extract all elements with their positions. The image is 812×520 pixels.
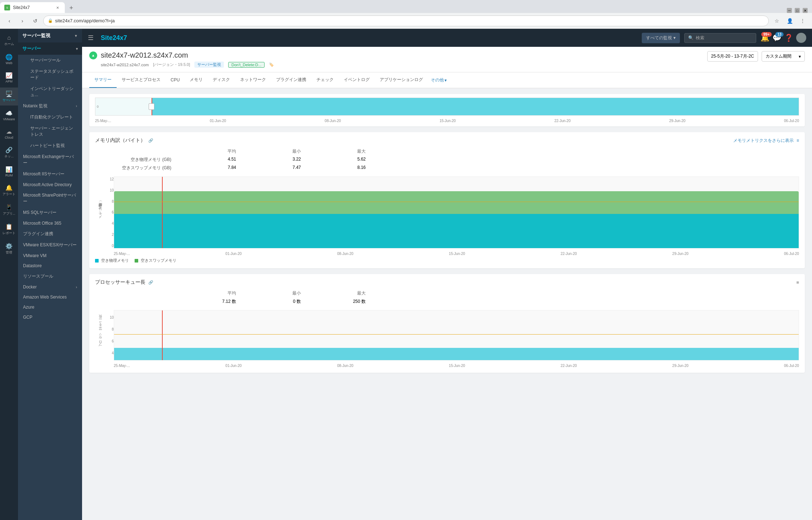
alert-bell-button[interactable]: 🔔 99+ [761, 33, 770, 42]
proc-baseline-fill [114, 348, 799, 360]
memory-more-link[interactable]: メモリメトリクスをさらに表示 ≡ [733, 138, 799, 144]
sidebar-item-vmware-esx[interactable]: VMware ESX/ESXiサーバー [18, 239, 82, 251]
sidebar-item-plugin[interactable]: プラグイン連携 [18, 228, 82, 239]
timeline-chart-area: 0 [95, 98, 799, 116]
sidebar-nav-alert[interactable]: 🔔 アラート [3, 181, 15, 200]
sidebar-item-it-automation[interactable]: IT自動化テンプレート [18, 112, 82, 123]
memory-x-axis: 25-May-... 01-Jun-20 08-Jun-20 15-Jun-20… [114, 252, 799, 256]
sidebar-nav-rum[interactable]: 📊 RUM [5, 163, 13, 180]
forward-button[interactable]: › [17, 16, 27, 26]
memory-external-link-icon[interactable]: 🔗 [148, 138, 153, 143]
notification-button[interactable]: 💬 13 [772, 33, 781, 42]
tab-services-processes[interactable]: サービスとプロセス [117, 72, 166, 88]
sidebar-item-office365[interactable]: Microsoft Office 365 [18, 218, 82, 228]
sidebar-item-sharepoint[interactable]: Microsoft SharePointサーバー [18, 190, 82, 207]
help-button[interactable]: ❓ [784, 33, 793, 42]
user-avatar[interactable] [796, 33, 806, 43]
sidebar-item-server-tools[interactable]: サーバーツール [18, 55, 82, 66]
tab-disk[interactable]: ディスク [208, 72, 235, 88]
swap-min-val: 7.47 [239, 164, 304, 172]
browser-toolbar: ‹ › ↺ 🔒 site24x7.com/app/demo?l=ja ☆ 👤 ⋮ [0, 13, 812, 29]
date-range-picker[interactable]: 25-5月-20 - 13-7月-2C [707, 51, 758, 62]
memory-chart-title: メモリ内訳（バイト） 🔗 [95, 137, 153, 144]
sidebar-item-iis[interactable]: Microsoft IISサーバー [18, 169, 82, 180]
timeline-thumb[interactable] [149, 103, 154, 110]
minimize-button[interactable]: ─ [787, 8, 792, 13]
maximize-button[interactable]: □ [795, 8, 800, 13]
tab-cpu[interactable]: CPU [166, 73, 185, 88]
sidebar-nav-web[interactable]: 🌐 Web [5, 51, 13, 68]
tab-app-log[interactable]: アプリケーションログ [375, 72, 428, 88]
sidebar-nav-apm[interactable]: 📈 APM [5, 69, 13, 86]
swap-max-val: 8.16 [304, 164, 369, 172]
profile-button[interactable]: 👤 [785, 16, 795, 26]
sidebar-item-gcp[interactable]: GCP [18, 312, 82, 322]
tab-favicon: S [4, 5, 10, 10]
memory-menu-icon[interactable]: ≡ [797, 138, 799, 143]
sidebar-nav-app[interactable]: 📱 アプリ... [3, 201, 15, 219]
sidebar-item-agentless[interactable]: サーバー - エージェントレス [18, 123, 82, 140]
period-selector[interactable]: カスタム期間 ▾ [762, 51, 805, 62]
search-bar[interactable]: 🔍 検索 [684, 33, 756, 43]
sidebar-item-docker[interactable]: Docker › [18, 282, 82, 292]
memory-chart-title-row: メモリ内訳（バイト） 🔗 メモリメトリクスをさらに表示 ≡ [95, 137, 799, 144]
proc-avg-val: 7.12 数 [174, 297, 239, 306]
close-button[interactable]: ✕ [803, 8, 808, 13]
tab-memory[interactable]: メモリ [185, 72, 208, 88]
sidebar-item-active-directory[interactable]: Microsoft Active Directory [18, 180, 82, 190]
monitor-link-tag[interactable]: サーバー監視 [194, 62, 224, 68]
memory-chart-area [114, 176, 799, 248]
bookmark-button[interactable]: ☆ [772, 16, 782, 26]
dont-delete-tag: Don't_Delete:D... [228, 62, 265, 68]
sidebar-item-aws[interactable]: Amazon Web Services [18, 292, 82, 302]
memory-phys-fill [114, 214, 799, 248]
new-tab-button[interactable]: + [66, 3, 76, 13]
back-button[interactable]: ‹ [4, 16, 14, 26]
processor-external-link-icon[interactable]: 🔗 [148, 280, 153, 285]
sidebar-nav-vmware[interactable]: ☁️ VMware [3, 107, 15, 124]
sidebar-item-status-dashboard[interactable]: ステータスダッシュボード [18, 66, 82, 83]
brand-logo: Site24x7 [101, 34, 127, 42]
sidebar-nav-admin[interactable]: ⚙️ 管理 [5, 240, 13, 258]
processor-chart-container: プロセッサーキュー長 10 8 6 4 [95, 310, 799, 368]
tab-close-button[interactable]: ✕ [55, 5, 60, 10]
tab-summary[interactable]: サマリー [89, 72, 117, 88]
active-tab[interactable]: S Site24x7 ✕ [0, 2, 65, 13]
sidebar-nav-network[interactable]: 🔗 ネッ... [4, 144, 14, 162]
sidebar-item-heartbeat[interactable]: ハートビート監視 [18, 140, 82, 151]
tab-check[interactable]: チェック [311, 72, 339, 88]
memory-chart-card: メモリ内訳（バイト） 🔗 メモリメトリクスをさらに表示 ≡ 平均 最小 [89, 132, 805, 268]
extensions-button[interactable]: ⋮ [798, 16, 808, 26]
refresh-button[interactable]: ↺ [30, 16, 40, 26]
sidebar-nav-cloud[interactable]: ☁ Cloud [5, 125, 13, 142]
sidebar-item-mssql[interactable]: MS SQLサーバー [18, 207, 82, 218]
address-bar[interactable]: 🔒 site24x7.com/app/demo?l=ja [43, 15, 769, 26]
monitor-all-button[interactable]: すべての監視 ▾ [642, 33, 680, 43]
sidebar-item-azure[interactable]: Azure [18, 302, 82, 312]
sidebar-item-exchange[interactable]: Microsoft Exchangeサーバー [18, 151, 82, 169]
memory-time-marker [162, 177, 163, 248]
sidebar-category-server[interactable]: サーバー監視 ▼ [18, 29, 82, 42]
sidebar-nav-home[interactable]: ⌂ ホーム [4, 32, 14, 49]
hamburger-icon[interactable]: ☰ [88, 34, 94, 42]
sidebar-sub-category[interactable]: サーバー ▾ [18, 42, 82, 55]
sidebar-item-resource-pool[interactable]: リソースプール [18, 271, 82, 282]
memory-legend: 空き物理メモリ 空きスワップメモリ [95, 258, 799, 263]
sidebar-item-nutanix[interactable]: Nutanix 監視 › [18, 100, 82, 112]
tab-event-log[interactable]: イベントログ [339, 72, 375, 88]
memory-threshold-line [114, 202, 799, 202]
sidebar-item-datastore[interactable]: Datastore [18, 261, 82, 271]
sidebar-nav-server[interactable]: 🖥️ サーバー [0, 88, 18, 106]
tab-network[interactable]: ネットワーク [235, 72, 271, 88]
charts-area: 0 25-May-... 01-Jun-20 08-Jun-20 15-Jun-… [82, 88, 812, 384]
sidebar-item-vmware-vm[interactable]: VMware VM [18, 251, 82, 261]
processor-menu-icon[interactable]: ≡ [796, 280, 799, 285]
swap-memory-label: 空きスワップメモリ (GB) [95, 164, 174, 172]
sidebar-nav-report[interactable]: 📋 レポート [3, 220, 15, 238]
legend-phys-dot [95, 259, 99, 263]
processor-stats-table: 平均 最小 最大 7.12 数 0 数 250 数 [95, 289, 799, 306]
tab-more-button[interactable]: その他 ▾ [428, 73, 450, 88]
tab-plugin[interactable]: プラグイン連携 [271, 72, 311, 88]
sidebar-item-inventory-dashboard[interactable]: インベントリーダッシュ... [18, 83, 82, 100]
tag-icon[interactable]: 🏷️ [269, 62, 274, 67]
